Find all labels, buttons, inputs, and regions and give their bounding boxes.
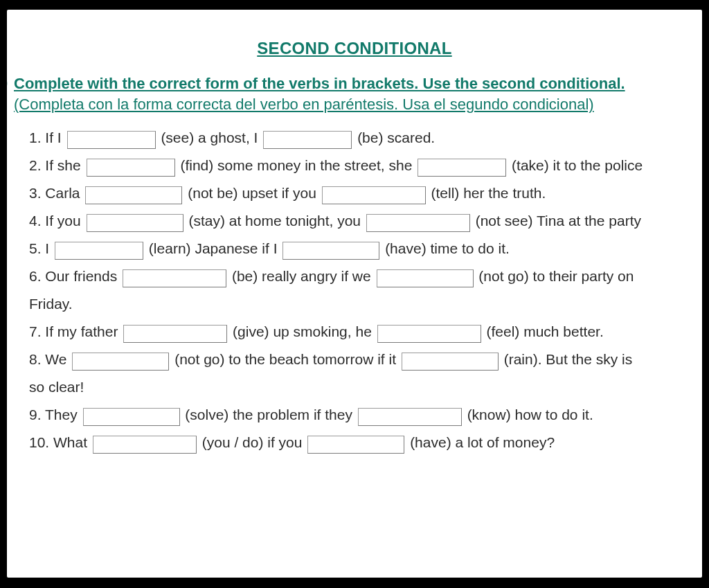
text: Carla — [45, 185, 84, 201]
instructions-paren: (Completa con la forma correcta del verb… — [14, 96, 594, 113]
question-6: Our friends (be) really angry if we (not… — [26, 262, 699, 318]
blank-input[interactable] — [307, 436, 404, 454]
question-8: We (not go) to the beach tomorrow if it … — [26, 346, 699, 401]
blank-input[interactable] — [123, 269, 226, 287]
question-4: If you (stay) at home tonight, you (not … — [26, 207, 699, 235]
blank-input[interactable] — [87, 159, 175, 177]
text: (have) a lot of money? — [406, 434, 555, 450]
text: (not go) to their party on — [475, 268, 634, 284]
worksheet-content: SECOND CONDITIONAL ) Complete with the c… — [7, 39, 702, 456]
questions-list: If I (see) a ghost, I (be) scared. If sh… — [7, 124, 702, 456]
text: (you / do) if you — [198, 434, 306, 450]
blank-input[interactable] — [87, 214, 183, 232]
text: Our friends — [45, 268, 121, 284]
text: If she — [45, 157, 84, 173]
question-10: What (you / do) if you (have) a lot of m… — [26, 429, 699, 456]
text: (take) it to the police — [508, 157, 643, 173]
instructions-block: ) Complete with the correct form of the … — [7, 73, 702, 114]
text: (be) really angry if we — [228, 268, 375, 284]
blank-input[interactable] — [55, 242, 143, 260]
text: (see) a ghost, I — [157, 130, 262, 145]
blank-input[interactable] — [263, 131, 352, 149]
blank-input[interactable] — [72, 353, 169, 371]
blank-input[interactable] — [322, 186, 426, 204]
text: so clear! — [29, 379, 84, 395]
text: (find) some money in the street, she — [177, 157, 417, 173]
text: (rain). But the sky is — [500, 351, 632, 367]
text: (learn) Japanese if I — [145, 240, 281, 256]
text: (stay) at home tonight, you — [185, 213, 365, 229]
text: (solve) the problem if they — [181, 407, 357, 422]
worksheet-page: SECOND CONDITIONAL ) Complete with the c… — [7, 10, 702, 578]
blank-input[interactable] — [377, 269, 474, 287]
instructions-bold: Complete with the correct form of the ve… — [14, 75, 625, 92]
question-5: I (learn) Japanese if I (have) time to d… — [26, 235, 699, 262]
bullet-icon: ) — [7, 73, 8, 91]
blank-input[interactable] — [83, 408, 180, 426]
blank-input[interactable] — [402, 353, 499, 371]
question-3: Carla (not be) upset if you (tell) her t… — [26, 179, 699, 207]
question-1: If I (see) a ghost, I (be) scared. — [26, 124, 699, 152]
question-7: If my father (give) up smoking, he (feel… — [26, 318, 699, 346]
text: Friday. — [29, 296, 73, 312]
instructions-text: Complete with the correct form of the ve… — [14, 73, 697, 114]
text: (not go) to the beach tomorrow if it — [170, 351, 400, 367]
text: (not be) upset if you — [183, 185, 320, 201]
question-2: If she (find) some money in the street, … — [26, 152, 699, 179]
text: If you — [45, 213, 84, 229]
text: (have) time to do it. — [381, 240, 510, 256]
blank-input[interactable] — [67, 131, 156, 149]
text: If my father — [45, 323, 122, 339]
text: We — [45, 351, 71, 367]
text: What — [53, 434, 91, 450]
blank-input[interactable] — [358, 408, 462, 426]
text: (not see) Tina at the party — [472, 213, 641, 229]
blank-input[interactable] — [377, 325, 481, 343]
text: (feel) much better. — [483, 323, 604, 339]
text: (know) how to do it. — [463, 407, 593, 422]
text: If I — [45, 130, 65, 145]
blank-input[interactable] — [85, 186, 182, 204]
question-9: They (solve) the problem if they (know) … — [26, 401, 699, 429]
text: (give) up smoking, he — [228, 323, 375, 339]
text: They — [45, 407, 82, 422]
blank-input[interactable] — [366, 214, 470, 232]
blank-input[interactable] — [282, 242, 379, 260]
blank-input[interactable] — [93, 436, 197, 454]
page-title: SECOND CONDITIONAL — [7, 39, 702, 58]
blank-input[interactable] — [418, 159, 506, 177]
text: (tell) her the truth. — [427, 185, 546, 201]
text: (be) scared. — [353, 130, 435, 145]
text: I — [45, 240, 53, 256]
blank-input[interactable] — [123, 325, 227, 343]
